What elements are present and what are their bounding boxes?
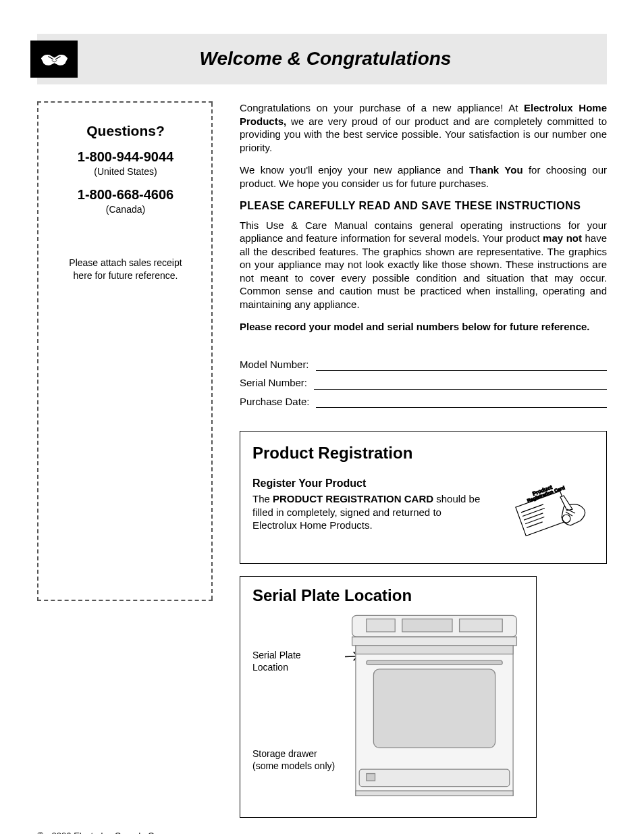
model-label: Model Number: bbox=[240, 358, 309, 371]
intro-para-2: We know you'll enjoy your new appliance … bbox=[240, 163, 607, 190]
serial-plate-box: Serial Plate Location Serial Plate Locat… bbox=[240, 576, 537, 818]
svg-rect-19 bbox=[367, 660, 502, 664]
svg-rect-22 bbox=[356, 791, 513, 796]
text: (some models only) bbox=[252, 760, 335, 771]
text: Storage drawer bbox=[252, 748, 317, 759]
purchase-label: Purchase Date: bbox=[240, 395, 309, 409]
phone-ca-sub: (Canada) bbox=[51, 203, 200, 215]
text: have all the described features. The gra… bbox=[240, 232, 607, 310]
model-number-field: Model Number: bbox=[240, 358, 607, 371]
intro-para-3: This Use & Care Manual contains general … bbox=[240, 219, 607, 311]
page-title: Welcome & Congratulations bbox=[78, 47, 607, 71]
copyright-text: 2006 Electrolux Canada Corp. bbox=[52, 830, 169, 834]
phone-us: 1-800-944-9044 bbox=[51, 148, 200, 165]
receipt-note-line1: Please attach sales receipt bbox=[51, 257, 200, 269]
maynot-bold: may not bbox=[543, 232, 582, 244]
svg-rect-12 bbox=[367, 619, 395, 631]
intro-para-1: Congratulations on your purchase of a ne… bbox=[240, 101, 607, 154]
svg-rect-21 bbox=[367, 773, 375, 781]
reg-card-bold: PRODUCT REGISTRATION CARD bbox=[273, 493, 433, 504]
phone-ca: 1-800-668-4606 bbox=[51, 186, 200, 203]
text: Congratulations on your purchase of a ne… bbox=[240, 102, 524, 113]
header-band: Welcome & Congratulations bbox=[37, 34, 607, 84]
svg-rect-20 bbox=[359, 769, 510, 786]
svg-rect-15 bbox=[352, 637, 517, 646]
product-registration-box: Product Registration Register Your Produ… bbox=[240, 431, 607, 564]
serial-plate-label: Serial Plate Location bbox=[252, 649, 337, 673]
appliance-illustration bbox=[345, 612, 524, 808]
text: We know you'll enjoy your new appliance … bbox=[240, 164, 469, 176]
purchase-input-line[interactable] bbox=[316, 398, 607, 408]
serial-input-line[interactable] bbox=[314, 380, 607, 390]
svg-rect-13 bbox=[402, 619, 452, 631]
instructions-heading: PLEASE CAREFULLY READ AND SAVE THESE INS… bbox=[240, 199, 607, 213]
registration-title: Product Registration bbox=[252, 442, 594, 463]
main-content: Congratulations on your purchase of a ne… bbox=[240, 101, 607, 818]
phone-us-sub: (United States) bbox=[51, 165, 200, 178]
text: we are very proud of our product and are… bbox=[240, 115, 607, 153]
model-input-line[interactable] bbox=[316, 361, 607, 371]
handshake-icon bbox=[30, 41, 78, 78]
svg-rect-14 bbox=[460, 619, 503, 631]
svg-rect-18 bbox=[373, 669, 495, 748]
questions-sidebar: Questions? 1-800-944-9044 (United States… bbox=[37, 101, 213, 601]
serial-label: Serial Number: bbox=[240, 376, 307, 390]
storage-drawer-label: Storage drawer (some models only) bbox=[252, 748, 337, 772]
record-note: Please record your model and serial numb… bbox=[240, 320, 607, 334]
purchase-date-field: Purchase Date: bbox=[240, 395, 607, 409]
footer: © 2006 Electrolux Canada Corp. All right… bbox=[37, 830, 607, 834]
thankyou-bold: Thank You bbox=[469, 164, 523, 176]
registration-subtitle: Register Your Product bbox=[252, 477, 486, 491]
serial-number-field: Serial Number: bbox=[240, 376, 607, 390]
registration-card-illustration: Product Registration Card bbox=[500, 477, 594, 551]
svg-rect-17 bbox=[356, 645, 513, 654]
copyright-symbol: © bbox=[37, 830, 44, 834]
registration-text: The PRODUCT REGISTRATION CARD should be … bbox=[252, 492, 486, 532]
receipt-note: Please attach sales receipt here for fut… bbox=[51, 257, 200, 282]
text: The bbox=[252, 493, 273, 504]
serial-plate-title: Serial Plate Location bbox=[252, 585, 524, 606]
receipt-note-line2: here for future reference. bbox=[51, 269, 200, 282]
questions-heading: Questions? bbox=[51, 122, 200, 140]
